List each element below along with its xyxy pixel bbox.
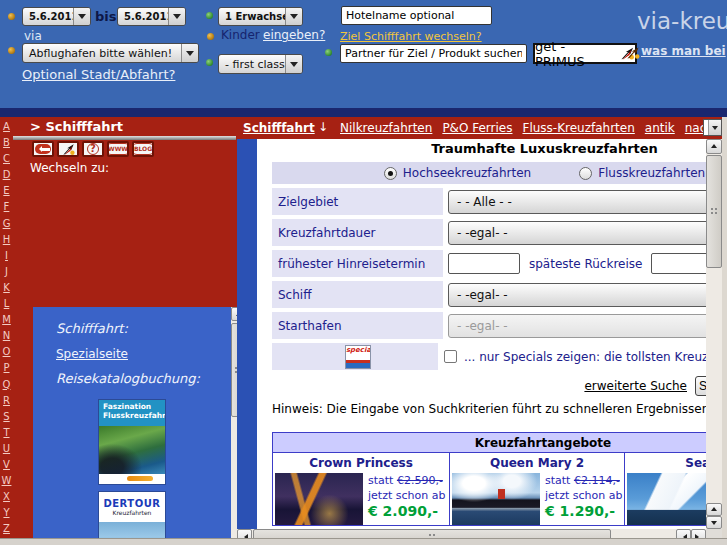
alphabet-link[interactable]: D bbox=[0, 167, 13, 183]
chevron-down-icon bbox=[181, 44, 198, 62]
katalog-label: Reisekatalogbuchung: bbox=[56, 371, 200, 386]
schiff-select[interactable]: - -egal- - bbox=[448, 283, 706, 307]
alphabet-link[interactable]: G bbox=[0, 216, 13, 232]
nav-link[interactable]: P&O Ferries bbox=[442, 121, 512, 135]
alphabet-link[interactable]: R bbox=[0, 393, 13, 409]
radio-flusskreuzfahrten[interactable]: Flusskreuzfahrten bbox=[579, 166, 705, 180]
alphabet-index: A B C D E F G H I J K L M N O P bbox=[0, 117, 13, 538]
form-row-zielgebiet: Zielgebiet - - Alle - - bbox=[272, 188, 706, 215]
kinder-eingeben-link[interactable]: eingeben? bbox=[263, 28, 325, 42]
alphabet-link[interactable]: I bbox=[0, 248, 13, 264]
alphabet-link[interactable]: C bbox=[0, 151, 13, 167]
form-row-kreuzfahrtdauer: Kreuzfahrtdauer - -egal- - bbox=[272, 219, 706, 246]
airport-select[interactable]: Abflughafen bitte wählen! bbox=[22, 43, 199, 63]
divider-strip bbox=[0, 108, 727, 117]
alphabet-link[interactable]: W bbox=[0, 473, 13, 489]
page: 5.6.2011 bis 5.6.2011 via 1 Erwachsener … bbox=[0, 0, 727, 545]
partner-search-input[interactable] bbox=[340, 44, 527, 63]
alphabet-link[interactable]: P bbox=[0, 360, 13, 376]
radio-selected-icon[interactable] bbox=[384, 167, 397, 180]
primus-logo-icon[interactable] bbox=[57, 141, 79, 157]
erweiterte-suche-link[interactable]: erweiterte Suche bbox=[584, 379, 687, 393]
alphabet-link[interactable]: B bbox=[0, 135, 13, 151]
offer-sea-cloud[interactable]: Sea Cloud bbox=[624, 453, 706, 525]
schifffahrt-label: Schifffahrt: bbox=[56, 321, 128, 336]
cruise-photo bbox=[452, 473, 540, 525]
hinweis-text: Hinweis: Die Eingabe von Suchkriterien f… bbox=[272, 402, 706, 416]
nav-more-select[interactable] bbox=[703, 119, 722, 136]
stadt-abfahrt-link[interactable]: Optional Stadt/Abfahrt? bbox=[22, 67, 175, 82]
site-logo: via-kreuz bbox=[637, 8, 727, 34]
bullet-icon bbox=[8, 47, 15, 54]
catalog-title-line: Faszination bbox=[103, 402, 165, 411]
sidebar-panel: Schifffahrt: Spezialseite Reisekatalogbu… bbox=[33, 307, 246, 545]
class-select[interactable]: - first class - bbox=[218, 54, 303, 74]
catalog-cover-flusskreuzfahrt[interactable]: Faszination Flusskreuzfahrt bbox=[99, 400, 165, 484]
nav-link[interactable]: Nilkreuzfahrten bbox=[340, 121, 432, 135]
scroll-down-button[interactable] bbox=[706, 516, 722, 529]
brand-tagline-link[interactable]: was man bei bbox=[641, 44, 726, 58]
alphabet-link[interactable]: Y bbox=[0, 505, 13, 521]
alphabet-link[interactable]: H bbox=[0, 232, 13, 248]
alphabet-link[interactable]: N bbox=[0, 328, 13, 344]
alphabet-link[interactable]: L bbox=[0, 296, 13, 312]
alphabet-link[interactable]: U bbox=[0, 441, 13, 457]
alphabet-link[interactable]: Q bbox=[0, 377, 13, 393]
alphabet-link[interactable]: M bbox=[0, 312, 13, 328]
back-icon[interactable] bbox=[32, 141, 54, 157]
alphabet-link[interactable]: F bbox=[0, 199, 13, 215]
bullet-icon bbox=[206, 12, 213, 19]
hotel-input[interactable] bbox=[341, 6, 492, 25]
help-icon[interactable]: ? bbox=[82, 141, 104, 157]
alphabet-link[interactable]: X bbox=[0, 489, 13, 505]
form-row-starthafen: Starthafen - -egal- - bbox=[272, 312, 706, 339]
nav-link[interactable]: antik bbox=[645, 121, 675, 135]
alphabet-link[interactable]: Z bbox=[0, 521, 13, 537]
scroll-up-button[interactable] bbox=[706, 503, 722, 516]
ziel-wechseln-link[interactable]: Ziel Schifffahrt wechseln? bbox=[340, 30, 482, 43]
alphabet-link[interactable]: V bbox=[0, 457, 13, 473]
radio-icon[interactable] bbox=[579, 167, 592, 180]
www-icon[interactable]: WWW bbox=[107, 141, 129, 157]
window-edge bbox=[722, 117, 727, 545]
date-from-select[interactable]: 5.6.2011 bbox=[22, 7, 91, 26]
price: € 1.290,- bbox=[545, 504, 622, 519]
dertour-logo: DERTOUR bbox=[99, 492, 165, 509]
kreuzfahrtdauer-select[interactable]: - -egal- - bbox=[448, 221, 706, 245]
specials-checkbox[interactable] bbox=[444, 350, 457, 363]
adults-select[interactable]: 1 Erwachsener bbox=[218, 7, 303, 26]
offers-table: Kreuzfahrtangebote Crown Princess statt … bbox=[272, 432, 706, 526]
alphabet-link[interactable]: J bbox=[0, 264, 13, 280]
jetzt-label: jetzt schon ab bbox=[368, 488, 445, 503]
radio-hochseekreuzfahrten[interactable]: Hochseekreuzfahrten bbox=[384, 166, 531, 180]
hinreise-date-input[interactable] bbox=[448, 253, 520, 274]
zielgebiet-select[interactable]: - - Alle - - bbox=[448, 190, 706, 214]
chevron-down-icon bbox=[285, 8, 302, 25]
alphabet-link[interactable]: E bbox=[0, 183, 13, 199]
rueckreise-date-input[interactable] bbox=[651, 253, 706, 274]
spezialseite-link[interactable]: Spezialseite bbox=[56, 347, 128, 361]
top-header: 5.6.2011 bis 5.6.2011 via 1 Erwachsener … bbox=[0, 0, 727, 108]
alphabet-link[interactable]: S bbox=[0, 409, 13, 425]
offers-header: Kreuzfahrtangebote bbox=[273, 433, 706, 453]
nav-current-schifffahrt[interactable]: Schifffahrt bbox=[243, 121, 315, 135]
price: € 2.090,- bbox=[368, 504, 445, 519]
advanced-search-row: erweiterte Suche Suchen bbox=[272, 376, 706, 396]
bullet-icon bbox=[8, 13, 15, 20]
offer-crown-princess[interactable]: Crown Princess statt €2.590,- jetzt scho… bbox=[273, 453, 449, 525]
offer-queen-mary-2[interactable]: Queen Mary 2 statt €2.114,- jetzt schon … bbox=[449, 453, 624, 525]
rueckreise-label: späteste Rückreise bbox=[529, 257, 642, 271]
scrollbar-thumb[interactable] bbox=[706, 155, 722, 268]
date-to-select[interactable]: 5.6.2011 bbox=[117, 7, 186, 26]
get-primus-button[interactable]: get - PRIMUS bbox=[533, 43, 637, 64]
nav-link[interactable]: Fluss-Kreuzfahrten bbox=[522, 121, 634, 135]
window-bottom-edge bbox=[0, 538, 727, 545]
alphabet-link[interactable]: K bbox=[0, 280, 13, 296]
alphabet-link[interactable]: A bbox=[0, 119, 13, 135]
scroll-up-button[interactable] bbox=[706, 139, 722, 154]
alphabet-link[interactable]: O bbox=[0, 344, 13, 360]
alphabet-link[interactable]: T bbox=[0, 425, 13, 441]
wechseln-label: Wechseln zu: bbox=[30, 161, 109, 175]
blog-icon[interactable]: BLOG bbox=[132, 141, 154, 157]
suchen-button[interactable]: Suchen bbox=[695, 376, 706, 396]
